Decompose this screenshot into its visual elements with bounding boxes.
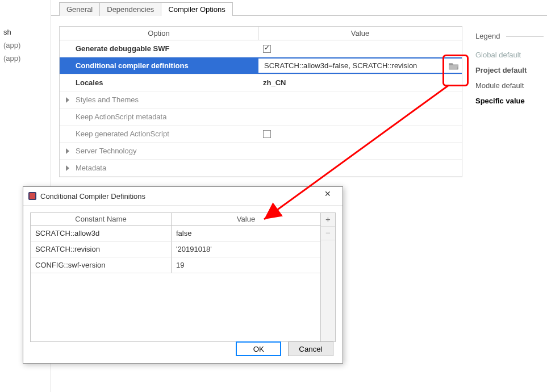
option-row-conditional-definitions[interactable]: Conditional compiler definitions [60, 57, 462, 74]
option-label: Conditional compiler definitions [60, 59, 258, 72]
legend-project-default: Project default [475, 62, 544, 78]
tab-bar: General Dependencies Compiler Options [59, 2, 547, 16]
option-label: Metadata [76, 164, 106, 172]
cell-value: false [172, 226, 320, 241]
sidebar-item[interactable]: sh [0, 26, 51, 39]
app-icon [28, 191, 37, 201]
table-row[interactable]: SCRATCH::allow3d false [31, 226, 320, 241]
column-header-constant-name: Constant Name [31, 213, 172, 225]
options-table: Option Value Generate debuggable SWF Con… [59, 26, 462, 177]
option-label: Server Technology [76, 147, 136, 155]
cell-name: SCRATCH::allow3d [31, 226, 172, 241]
cell-name: CONFIG::swf-version [31, 257, 172, 273]
sidebar-item[interactable]: (app) [0, 52, 51, 65]
column-header-value: Value [172, 213, 320, 225]
dialog-titlebar[interactable]: Conditional Compiler Definitions ✕ [23, 187, 343, 206]
option-row-keep-metadata[interactable]: Keep ActionScript metadata [60, 109, 462, 126]
add-row-button[interactable]: + [321, 213, 335, 227]
dialog-title: Conditional Compiler Definitions [40, 192, 315, 201]
legend-title: Legend [475, 28, 544, 44]
tab-dependencies[interactable]: Dependencies [99, 2, 161, 16]
legend-module-default: Module default [475, 78, 544, 93]
legend-specific-value: Specific value [475, 93, 544, 109]
column-header-option: Option [60, 27, 258, 40]
table-row[interactable]: SCRATCH::revision '20191018' [31, 241, 320, 257]
option-label: Keep generated ActionScript [60, 127, 258, 140]
chevron-right-icon[interactable] [64, 148, 71, 155]
ok-button[interactable]: OK [236, 341, 281, 356]
tab-content: Option Value Generate debuggable SWF Con… [51, 15, 547, 177]
cell-value: '20191018' [172, 241, 320, 257]
cell-name: SCRATCH::revision [31, 241, 172, 257]
cancel-button[interactable]: Cancel [288, 341, 333, 356]
option-row-server-technology[interactable]: Server Technology [60, 143, 462, 160]
checkbox-generate-swf[interactable] [263, 45, 271, 53]
option-row-generate-swf[interactable]: Generate debuggable SWF [60, 40, 462, 57]
chevron-right-icon[interactable] [64, 97, 71, 103]
option-row-styles[interactable]: Styles and Themes [60, 91, 462, 109]
checkbox-keep-generated[interactable] [263, 130, 271, 138]
remove-row-button[interactable]: − [321, 227, 335, 240]
option-row-locales[interactable]: Locales zh_CN [60, 74, 462, 91]
close-icon[interactable]: ✕ [315, 189, 340, 203]
definitions-table: Constant Name Value SCRATCH::allow3d fal… [30, 212, 336, 342]
cell-value: 19 [172, 257, 320, 273]
sidebar-item[interactable]: (app) [0, 39, 51, 52]
table-row[interactable]: CONFIG::swf-version 19 [31, 257, 320, 273]
option-label: Generate debuggable SWF [60, 42, 258, 55]
legend-panel: Legend Global default Project default Mo… [475, 28, 544, 109]
dialog-conditional-definitions: Conditional Compiler Definitions ✕ Const… [23, 186, 343, 364]
option-row-keep-generated[interactable]: Keep generated ActionScript [60, 126, 462, 143]
column-header-value: Value [258, 27, 462, 40]
tab-compiler-options[interactable]: Compiler Options [161, 2, 232, 16]
option-value: zh_CN [258, 76, 462, 89]
value-input-conditional-definitions[interactable] [263, 61, 442, 70]
tab-general[interactable]: General [59, 2, 100, 16]
option-label: Keep ActionScript metadata [60, 110, 258, 123]
option-label: Locales [60, 76, 258, 89]
option-label: Styles and Themes [76, 95, 139, 104]
legend-global-default: Global default [475, 47, 544, 62]
chevron-right-icon[interactable] [64, 165, 71, 172]
browse-icon[interactable] [448, 61, 460, 70]
svg-rect-2 [30, 193, 35, 199]
option-row-metadata[interactable]: Metadata [60, 160, 462, 177]
